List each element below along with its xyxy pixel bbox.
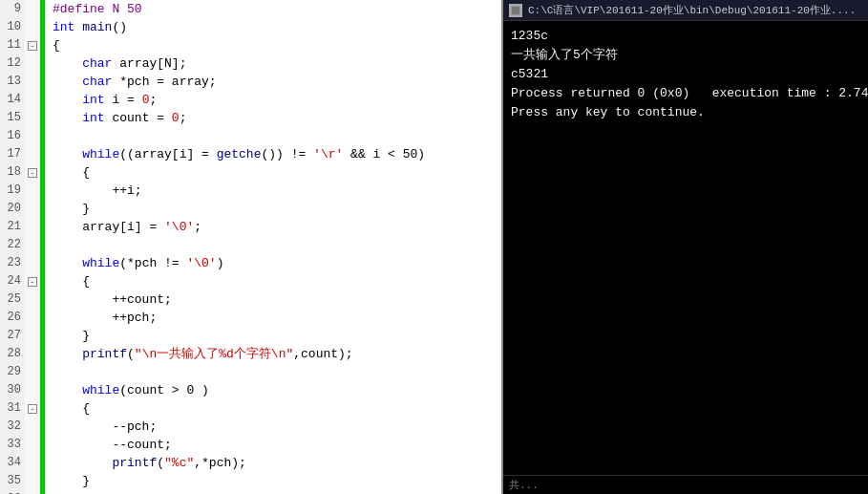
line-number: 13 xyxy=(0,73,25,91)
fold-gutter xyxy=(25,218,40,236)
line-number: 22 xyxy=(0,236,25,254)
code-line: int main() xyxy=(45,18,425,36)
line-number: 25 xyxy=(0,290,25,309)
code-line: } xyxy=(45,472,425,490)
code-line: int count = 0; xyxy=(45,109,425,127)
fold-gutter xyxy=(25,91,40,109)
terminal-titlebar: C:\C语言\VIP\201611-20作业\bin\Debug\201611-… xyxy=(503,0,868,21)
fold-gutter xyxy=(25,200,40,218)
line-number: 29 xyxy=(0,363,25,381)
fold-gutter xyxy=(25,454,40,472)
code-row: 13 char *pch = array; xyxy=(0,73,425,91)
code-line: ++pch; xyxy=(45,309,425,327)
code-line: { xyxy=(45,36,425,54)
code-row: 9#define N 50 xyxy=(0,0,425,18)
fold-gutter xyxy=(25,54,40,73)
code-row: 31- { xyxy=(0,399,425,418)
line-number: 14 xyxy=(0,91,25,109)
fold-gutter xyxy=(25,472,40,490)
code-row: 24- { xyxy=(0,272,425,290)
fold-gutter xyxy=(25,327,40,345)
line-number: 26 xyxy=(0,309,25,327)
line-number: 32 xyxy=(0,418,25,436)
terminal-body: 1235c一共输入了5个字符c5321Process returned 0 (0… xyxy=(503,21,868,475)
line-number: 34 xyxy=(0,454,25,472)
line-number: 24 xyxy=(0,272,25,290)
code-line: ++count; xyxy=(45,290,425,309)
code-line: ++i; xyxy=(45,182,425,200)
code-row: 15 int count = 0; xyxy=(0,109,425,127)
fold-gutter: - xyxy=(25,163,40,182)
code-line: while((array[i] = getche()) != '\r' && i… xyxy=(45,145,425,163)
code-line: while(*pch != '\0') xyxy=(45,254,425,272)
code-line xyxy=(45,236,425,254)
terminal-bottom-text: 共... xyxy=(509,478,539,492)
fold-gutter xyxy=(25,309,40,327)
code-row: 27 } xyxy=(0,327,425,345)
code-line: char array[N]; xyxy=(45,54,425,73)
code-line: --pch; xyxy=(45,418,425,436)
code-lines-container: 9#define N 5010int main()11-{12 char arr… xyxy=(0,0,425,494)
fold-gutter: - xyxy=(25,399,40,418)
fold-gutter xyxy=(25,490,40,494)
code-row: 36 printf("\n"); xyxy=(0,490,425,494)
terminal-line: Press any key to continue. xyxy=(511,103,860,122)
line-number: 10 xyxy=(0,18,25,36)
fold-gutter xyxy=(25,18,40,36)
line-number: 36 xyxy=(0,490,25,494)
code-line: int i = 0; xyxy=(45,91,425,109)
fold-marker[interactable]: - xyxy=(28,168,37,178)
fold-gutter xyxy=(25,127,40,145)
line-number: 15 xyxy=(0,109,25,127)
fold-gutter xyxy=(25,73,40,91)
code-row: 30 while(count > 0 ) xyxy=(0,381,425,399)
terminal-line: 1235c xyxy=(511,27,860,46)
fold-gutter xyxy=(25,145,40,163)
line-number: 20 xyxy=(0,200,25,218)
code-row: 17 while((array[i] = getche()) != '\r' &… xyxy=(0,145,425,163)
line-number: 19 xyxy=(0,182,25,200)
terminal-line: 一共输入了5个字符 xyxy=(511,46,860,65)
code-row: 18- { xyxy=(0,163,425,182)
fold-marker[interactable]: - xyxy=(28,404,37,414)
fold-gutter xyxy=(25,363,40,381)
fold-gutter xyxy=(25,109,40,127)
code-row: 10int main() xyxy=(0,18,425,36)
line-number: 30 xyxy=(0,381,25,399)
fold-gutter xyxy=(25,254,40,272)
code-line: { xyxy=(45,399,425,418)
line-number: 17 xyxy=(0,145,25,163)
code-row: 14 int i = 0; xyxy=(0,91,425,109)
code-line: --count; xyxy=(45,436,425,454)
code-line: char *pch = array; xyxy=(45,73,425,91)
code-line: printf("%c",*pch); xyxy=(45,454,425,472)
fold-gutter xyxy=(25,381,40,399)
line-number: 28 xyxy=(0,345,25,363)
line-number: 12 xyxy=(0,54,25,73)
line-number: 31 xyxy=(0,399,25,418)
code-row: 12 char array[N]; xyxy=(0,54,425,73)
code-line xyxy=(45,127,425,145)
terminal-icon xyxy=(509,4,522,17)
terminal-line: Process returned 0 (0x0) execution time … xyxy=(511,84,860,103)
code-line: printf("\n"); xyxy=(45,490,425,494)
fold-marker[interactable]: - xyxy=(28,277,37,287)
fold-gutter xyxy=(25,418,40,436)
code-row: 23 while(*pch != '\0') xyxy=(0,254,425,272)
code-row: 20 } xyxy=(0,200,425,218)
fold-gutter xyxy=(25,345,40,363)
code-line: } xyxy=(45,327,425,345)
code-line: #define N 50 xyxy=(45,0,425,18)
code-row: 16 xyxy=(0,127,425,145)
code-area: 9#define N 5010int main()11-{12 char arr… xyxy=(0,0,501,494)
line-number: 23 xyxy=(0,254,25,272)
code-line: } xyxy=(45,200,425,218)
terminal-bottom-bar: 共... xyxy=(503,475,868,494)
code-row: 35 } xyxy=(0,472,425,490)
fold-gutter xyxy=(25,436,40,454)
fold-gutter xyxy=(25,182,40,200)
code-row: 26 ++pch; xyxy=(0,309,425,327)
fold-marker[interactable]: - xyxy=(28,41,37,51)
code-line xyxy=(45,363,425,381)
code-line: printf("\n一共输入了%d个字符\n",count); xyxy=(45,345,425,363)
